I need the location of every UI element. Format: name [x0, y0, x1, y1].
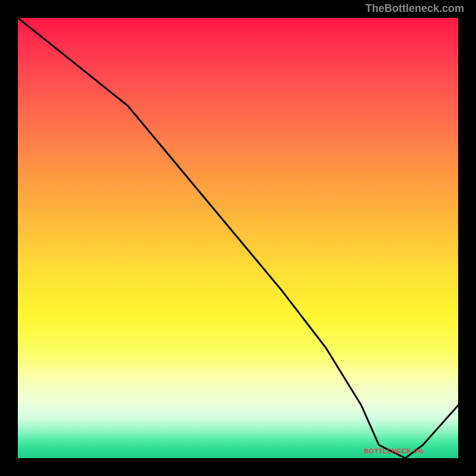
watermark-text: TheBottleneck.com [365, 2, 464, 15]
optimum-label: BOTTLENECK 0% [364, 447, 424, 455]
bottleneck-curve-line [18, 18, 458, 458]
chart-line-svg [18, 18, 458, 458]
chart-plot-area: BOTTLENECK 0% [18, 18, 458, 458]
